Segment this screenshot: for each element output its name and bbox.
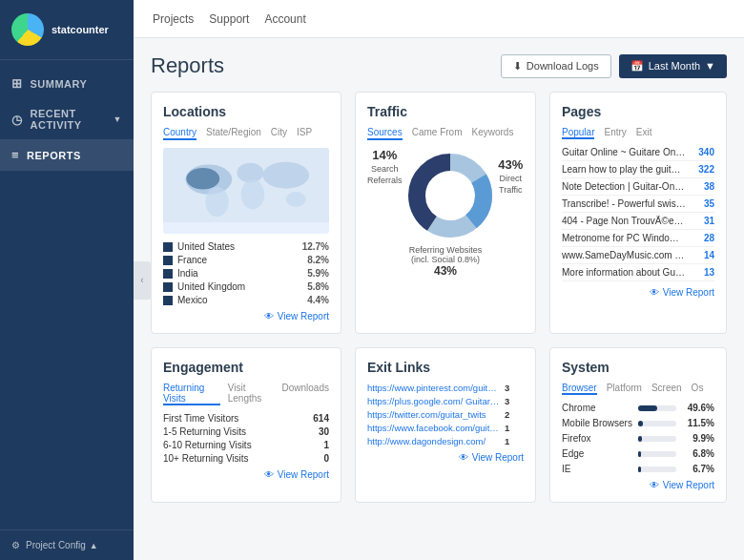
project-config[interactable]: ⚙ Project Config ▲ [0, 529, 134, 560]
list-item: https://twitter.com/guitar_twits2 [367, 409, 524, 420]
gear-icon: ⚙ [11, 540, 20, 550]
bar-bg [638, 467, 676, 472]
pages-tabs: Popular Entry Exit [562, 127, 714, 139]
eng-tab-downloads[interactable]: Downloads [282, 383, 329, 405]
bar-bg [638, 405, 676, 411]
system-view-report[interactable]: 👁 View Report [562, 480, 714, 490]
locations-tab-isp[interactable]: ISP [297, 127, 312, 140]
pages-rows: Guitar Online ~ Guitare Online ~ Guit...… [562, 147, 714, 281]
list-item: Transcribe! - Powerful swiss knife for .… [562, 198, 714, 213]
traffic-tab-keywords[interactable]: Keywords [471, 127, 513, 140]
nav-account[interactable]: Account [264, 12, 305, 26]
view-report-icon: 👁 [650, 287, 659, 298]
locations-view-report[interactable]: 👁 View Report [163, 311, 329, 321]
list-item: https://www.pinterest.com/guitaronline/3 [367, 383, 524, 393]
sidebar-item-reports[interactable]: ≡ Reports [0, 139, 134, 171]
direct-pct: 43% [498, 157, 524, 174]
traffic-card: Traffic Sources Came From Keywords 14% S… [355, 92, 536, 334]
cards-row-2: Engagement Returning Visits Visit Length… [151, 347, 727, 503]
sys-tab-os[interactable]: Os [692, 383, 704, 395]
list-item: Firefox 9.9% [562, 433, 714, 444]
traffic-tab-sources[interactable]: Sources [367, 127, 403, 140]
page-title: Reports [151, 53, 224, 78]
engagement-card: Engagement Returning Visits Visit Length… [151, 347, 341, 503]
eng-tab-visitlength[interactable]: Visit Lengths [228, 383, 275, 405]
locations-tabs: Country State/Region City ISP [163, 127, 329, 140]
sidebar: statcounter ⊞ Summary ◷ Recent Activity … [0, 0, 134, 560]
project-config-label: Project Config [26, 540, 86, 550]
list-item: 404 - Page Non TrouvÃ©e | Page Not ...31 [562, 216, 714, 230]
direct-label: Direct Traffic [498, 174, 524, 196]
pages-tab-entry[interactable]: Entry [604, 127, 626, 139]
locations-card: Locations Country State/Region City ISP [151, 92, 341, 334]
engagement-view-report[interactable]: 👁 View Report [163, 469, 329, 480]
last-month-button[interactable]: 📅 Last Month ▼ [619, 54, 727, 78]
sidebar-item-recent-activity[interactable]: ◷ Recent Activity ▼ [0, 99, 134, 139]
sidebar-collapse-button[interactable]: ‹ [134, 261, 151, 300]
sidebar-item-summary[interactable]: ⊞ Summary [0, 68, 134, 99]
sys-tab-browser[interactable]: Browser [562, 383, 597, 395]
list-item: https://www.facebook.com/guitaronline.co… [367, 423, 524, 433]
project-config-chevron: ▲ [90, 541, 98, 550]
pages-card: Pages Popular Entry Exit Guitar Online ~… [549, 92, 727, 334]
flag-icon [163, 296, 173, 305]
nav-projects[interactable]: Projects [153, 12, 194, 26]
chevron-icon: ▼ [114, 114, 122, 124]
locations-tab-city[interactable]: City [271, 127, 287, 140]
locations-tab-country[interactable]: Country [163, 127, 196, 140]
list-item: United States 12.7% [163, 241, 329, 252]
list-item: More information about Guitar-Online...1… [562, 267, 714, 281]
svg-point-4 [241, 179, 264, 209]
download-logs-button[interactable]: ⬇ Download Logs [501, 54, 611, 78]
locations-tab-state[interactable]: State/Region [206, 127, 261, 140]
content-area: Reports ⬇ Download Logs 📅 Last Month ▼ L… [134, 38, 744, 560]
system-tabs: Browser Platform Screen Os [562, 383, 714, 395]
sidebar-item-label-recent: Recent Activity [31, 108, 110, 131]
list-item: France 8.2% [163, 255, 329, 265]
pages-tab-popular[interactable]: Popular [562, 127, 594, 139]
bar-fill [638, 436, 642, 442]
traffic-tab-camefrom[interactable]: Came From [412, 127, 463, 140]
list-item: First Time Visitors614 [163, 413, 329, 424]
pages-view-report[interactable]: 👁 View Report [562, 287, 714, 298]
collapse-icon: ‹ [140, 275, 143, 285]
top-nav: Projects Support Account [134, 0, 744, 38]
system-title: System [562, 360, 714, 375]
referring-label: Referring Websites (incl. Social 0.8%) 4… [409, 245, 482, 278]
view-report-icon: 👁 [264, 311, 274, 321]
list-item: Mobile Browsers 11.5% [562, 418, 714, 428]
list-item: Note Detection | Guitar-Online (https:..… [562, 181, 714, 196]
eng-tab-returning[interactable]: Returning Visits [163, 383, 220, 405]
svg-point-12 [426, 172, 474, 219]
pages-title: Pages [562, 104, 714, 119]
svg-point-5 [262, 162, 309, 189]
donut-chart [403, 148, 498, 243]
exit-rows: https://www.pinterest.com/guitaronline/3… [367, 383, 524, 446]
bar-fill [638, 467, 641, 472]
svg-point-7 [186, 168, 219, 190]
recent-activity-icon: ◷ [11, 113, 23, 127]
exit-links-view-report[interactable]: 👁 View Report [367, 452, 524, 463]
chevron-down-icon: ▼ [705, 60, 715, 72]
engagement-rows: First Time Visitors614 1-5 Returning Vis… [163, 413, 329, 464]
list-item: 1-5 Returning Visits30 [163, 426, 329, 437]
system-rows: Chrome 49.6% Mobile Browsers 11.5% Firef… [562, 403, 714, 474]
cards-row-1: Locations Country State/Region City ISP [151, 92, 727, 334]
svg-point-3 [237, 163, 263, 183]
bar-fill [638, 421, 643, 426]
exit-links-title: Exit Links [367, 360, 524, 375]
view-report-icon: 👁 [650, 480, 659, 490]
calendar-icon: 📅 [630, 60, 644, 73]
list-item: United Kingdom 5.8% [163, 281, 329, 292]
sys-tab-screen[interactable]: Screen [651, 383, 682, 395]
pages-tab-exit[interactable]: Exit [636, 127, 652, 139]
flag-icon [163, 242, 173, 252]
map-visual [163, 148, 329, 234]
search-label: Search Referrals [367, 164, 403, 186]
header-buttons: ⬇ Download Logs 📅 Last Month ▼ [501, 54, 727, 78]
traffic-tabs: Sources Came From Keywords [367, 127, 524, 140]
sidebar-item-label-summary: Summary [31, 78, 88, 90]
sys-tab-platform[interactable]: Platform [607, 383, 642, 395]
nav-support[interactable]: Support [209, 12, 249, 26]
svg-point-6 [286, 192, 306, 207]
